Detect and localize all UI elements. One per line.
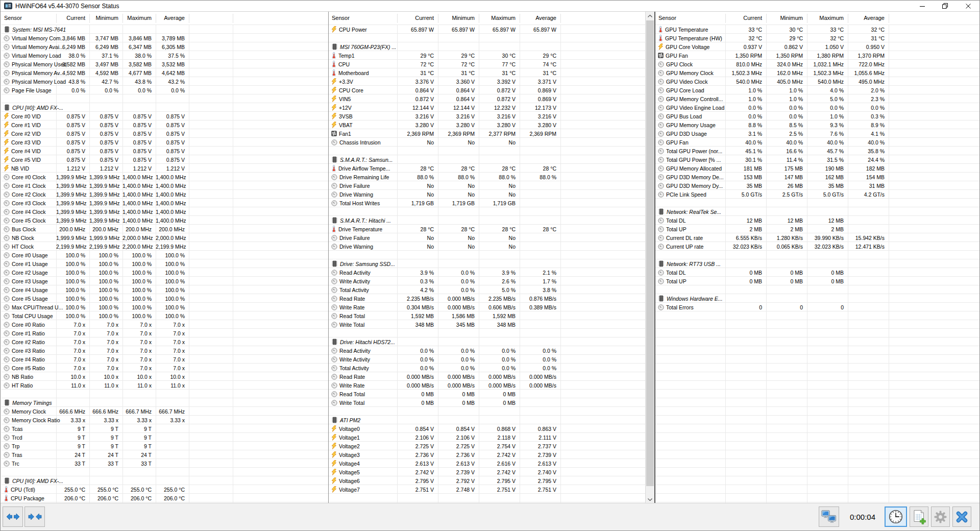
sensor-row[interactable]: Drive WarningNoNoNo — [329, 190, 645, 199]
sensor-row[interactable]: CPU Core0.864 V0.864 V0.872 V0.869 V — [329, 86, 645, 94]
section-row[interactable]: CPU [#0]: AMD FX-... — [1, 103, 328, 112]
sensor-row[interactable]: Read Total1,592 MB1,586 MB1,592 MB — [329, 311, 645, 320]
sensor-row[interactable]: VIN50.872 V0.864 V0.872 V0.869 V — [329, 94, 645, 103]
sensor-row[interactable]: Core #3 VID0.875 V0.875 V0.875 V0.875 V — [1, 138, 328, 147]
sensor-row[interactable]: GPU Clock810.0 MHz324.0 MHz1,032.1 MHz72… — [655, 60, 979, 68]
sensor-row[interactable]: Core #4 VID0.875 V0.875 V0.875 V0.875 V — [1, 147, 328, 155]
scroll-thumb[interactable] — [646, 20, 654, 486]
sensor-row[interactable]: Voltage12.106 V2.106 V2.118 V2.111 V — [329, 433, 645, 442]
sensor-row[interactable]: HT Clock2,199.9 MHz2,199.9 MHz2,200.0 MH… — [1, 242, 328, 251]
column-header-minimum[interactable]: Minimum — [766, 12, 807, 25]
sensor-row[interactable]: +12V12.144 V12.144 V12.232 V12.173 V — [329, 103, 645, 112]
expand-layout-button[interactable] — [3, 506, 23, 527]
sensor-row[interactable]: GPU Memory Allocated181 MB175 MB190 MB18… — [655, 164, 979, 173]
sensor-row[interactable]: Page File Usage0.0 %0.0 %0.0 %0.0 % — [1, 86, 328, 94]
sensor-row[interactable]: Total Errors000 — [655, 303, 979, 311]
sensor-row[interactable]: Core #2 Ratio7.0 x7.0 x7.0 x7.0 x — [1, 337, 328, 346]
sensor-row[interactable]: Voltage62.795 V2.792 V2.795 V2.795 V — [329, 476, 645, 485]
sensor-row[interactable]: NB Ratio10.0 x10.0 x10.0 x10.0 x — [1, 372, 328, 381]
section-row[interactable]: Network: RealTek Se... — [655, 207, 979, 216]
column-header-sensor[interactable]: Sensor — [658, 12, 676, 25]
remote-monitoring-button[interactable] — [819, 506, 839, 527]
sensor-row[interactable]: Tcas9 T9 T9 T — [1, 424, 328, 433]
sensor-row[interactable]: HT Ratio11.0 x11.0 x11.0 x11.0 x — [1, 381, 328, 390]
sensor-row[interactable]: GPU D3D Memory De...153 MB147 MB162 MB15… — [655, 173, 979, 181]
sensor-row[interactable]: Total Activity0.0 %0.0 %0.0 %0.0 % — [329, 364, 645, 372]
sensor-row[interactable]: Core #0 Clock1,399.9 MHz1,399.9 MHz1,400… — [1, 173, 328, 181]
sensor-row[interactable]: Total UP2 MB2 MB2 MB — [655, 225, 979, 233]
sensor-row[interactable]: Voltage72.751 V2.748 V2.751 V2.751 V — [329, 485, 645, 494]
sensor-row[interactable]: NB VID1.212 V1.212 V1.212 V1.212 V — [1, 164, 328, 173]
section-row[interactable]: System: MSI MS-7641 — [1, 25, 328, 34]
sensor-row[interactable]: 3VSB3.216 V3.216 V3.216 V3.216 V — [329, 112, 645, 120]
section-row[interactable]: Windows Hardware E... — [655, 294, 979, 303]
column-header-maximum[interactable]: Maximum — [807, 12, 848, 25]
sensor-row[interactable]: GPU Temperature33 °C30 °C33 °C32 °C — [655, 25, 979, 34]
sensor-row[interactable]: CPU72 °C72 °C77 °C74 °C — [329, 60, 645, 68]
section-row[interactable]: CPU [#0]: AMD FX-... — [1, 476, 328, 485]
sensor-row[interactable]: Core #3 Clock1,399.9 MHz1,399.9 MHz1,400… — [1, 199, 328, 207]
section-row[interactable]: ATI PM2 — [329, 416, 645, 424]
sensor-row[interactable]: Total DL12 MB12 MB12 MB — [655, 216, 979, 225]
sensor-row[interactable]: Total GPU Power (nor...45.1 %16.6 %45.7 … — [655, 147, 979, 155]
sensor-row[interactable]: Trcd9 T9 T9 T — [1, 433, 328, 442]
column-header-average[interactable]: Average — [520, 12, 560, 25]
sensor-row[interactable]: NB Clock1,999.9 MHz1,999.9 MHz2,000.0 MH… — [1, 233, 328, 242]
sensor-row[interactable]: Core #5 Ratio7.0 x7.0 x7.0 x7.0 x — [1, 364, 328, 372]
collapse-layout-button[interactable] — [24, 506, 45, 527]
sensor-row[interactable]: Virtual Memory Avai...6,249 MB6,249 MB6,… — [1, 42, 328, 51]
sensor-row[interactable]: Motherboard31 °C31 °C31 °C31 °C — [329, 68, 645, 77]
sensor-row[interactable]: Core #2 VID0.875 V0.875 V0.875 V0.875 V — [1, 129, 328, 138]
close-button[interactable] — [952, 506, 971, 527]
sensor-row[interactable]: Read Activity0.0 %0.0 %0.0 %0.0 % — [329, 346, 645, 355]
column-header-maximum[interactable]: Maximum — [479, 12, 520, 25]
section-row[interactable]: Drive: Hitachi HDS72... — [329, 337, 645, 346]
sensor-row[interactable]: GPU Temperature (HW)32 °C29 °C32 °C31 °C — [655, 34, 979, 42]
sensor-row[interactable]: Core #5 Clock1,399.9 MHz1,399.9 MHz1,400… — [1, 216, 328, 225]
sensor-row[interactable]: Current UP rate32.023 KB/s0.065 KB/s32.0… — [655, 242, 979, 251]
sensor-row[interactable]: Tras24 T24 T24 T — [1, 450, 328, 459]
sensor-row[interactable]: GPU Fan1,350 RPM1,350 RPM1,380 RPM1,370 … — [655, 51, 979, 60]
sensor-row[interactable]: Core #1 Usage100.0 %100.0 %100.0 %100.0 … — [1, 259, 328, 268]
sensor-row[interactable]: Core #2 Usage100.0 %100.0 %100.0 %100.0 … — [1, 268, 328, 277]
sensor-row[interactable]: GPU Bus Load0.0 %0.0 %1.0 %0.3 % — [655, 112, 979, 120]
sensor-row[interactable]: Core #3 Usage100.0 %100.0 %100.0 %100.0 … — [1, 277, 328, 285]
sensor-row[interactable]: Write Activity0.3 %0.0 %2.6 %1.7 % — [329, 277, 645, 285]
sensor-row[interactable]: Voltage22.725 V2.725 V2.754 V2.737 V — [329, 442, 645, 450]
sensor-row[interactable]: +3.3V3.376 V3.360 V3.392 V3.371 V — [329, 77, 645, 86]
sensor-row[interactable]: Drive Temperature28 °C28 °C28 °C28 °C — [329, 225, 645, 233]
sensor-row[interactable]: Drive Airflow Tempe...28 °C28 °C28 °C28 … — [329, 164, 645, 173]
sensor-row[interactable]: Read Total0 MB0 MB0 MB — [329, 390, 645, 398]
sensor-row[interactable]: PCIe Link Speed5.0 GT/s2.5 GT/s5.0 GT/s4… — [655, 190, 979, 199]
sensor-row[interactable]: GPU Core Voltage0.937 V0.862 V1.050 V0.9… — [655, 42, 979, 51]
sensor-row[interactable]: Physical Memory Av...4,592 MB4,592 MB4,6… — [1, 68, 328, 77]
sensor-row[interactable]: GPU Core Load1.0 %1.0 %4.0 %2.0 % — [655, 86, 979, 94]
sensor-row[interactable]: Total Activity4.2 %0.0 %5.0 %3.8 % — [329, 285, 645, 294]
sensor-row[interactable]: Core #0 Usage100.0 %100.0 %100.0 %100.0 … — [1, 251, 328, 259]
sensor-row[interactable]: Virtual Memory Load38.0 %37.1 %38.0 %37.… — [1, 51, 328, 60]
sensor-row[interactable]: Write Total348 MB345 MB348 MB — [329, 320, 645, 329]
sensor-row[interactable]: Trc33 T33 T33 T — [1, 459, 328, 468]
timer-button[interactable] — [885, 506, 907, 527]
sensor-row[interactable]: Write Total0 MB0 MB0 MB — [329, 398, 645, 407]
sensor-row[interactable]: Drive Remaining Life88.0 %88.0 %88.0 %88… — [329, 173, 645, 181]
close-window-button[interactable] — [957, 1, 979, 11]
sensor-row[interactable]: Fan12,369 RPM2,369 RPM2,377 RPM2,369 RPM — [329, 129, 645, 138]
sensor-row[interactable]: Chassis IntrusionNoNoNo — [329, 138, 645, 147]
sensor-row[interactable]: Core #4 Clock1,399.9 MHz1,399.9 MHz1,400… — [1, 207, 328, 216]
section-row[interactable]: Drive: Samsung SSD... — [329, 259, 645, 268]
column-header-maximum[interactable]: Maximum — [122, 12, 156, 25]
section-row[interactable]: MSI 760GM-P23(FX) ... — [329, 42, 645, 51]
sensor-row[interactable]: Total CPU Usage100.0 %100.0 %100.0 %100.… — [1, 311, 328, 320]
sensor-row[interactable]: Write Rate0.000 MB/s0.000 MB/s0.000 MB/s… — [329, 381, 645, 390]
sensor-row[interactable]: Drive WarningNoNoNo — [329, 242, 645, 251]
sensor-row[interactable]: GPU Memory Usage8.8 %8.5 %9.3 %8.9 % — [655, 120, 979, 129]
column-header-current[interactable]: Current — [725, 12, 766, 25]
sensor-row[interactable]: GPU Video Engine Load0.0 %0.0 %0.0 %0.0 … — [655, 103, 979, 112]
sensor-row[interactable]: Total UP0 MB0 MB0 MB — [655, 277, 979, 285]
column-header-current[interactable]: Current — [397, 12, 438, 25]
sensor-row[interactable]: VBAT3.280 V3.280 V3.280 V3.280 V — [329, 120, 645, 129]
sensor-row[interactable]: Bus Clock200.0 MHz200.0 MHz200.0 MHz200.… — [1, 225, 328, 233]
section-row[interactable]: Network: RT73 USB ... — [655, 259, 979, 268]
sensor-row[interactable]: Physical Memory Used3,582 MB3,497 MB3,58… — [1, 60, 328, 68]
